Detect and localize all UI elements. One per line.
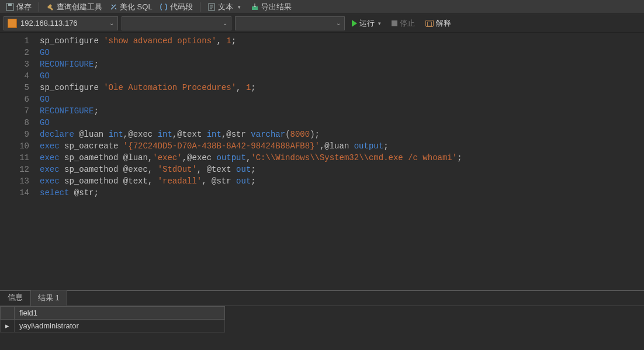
explain-icon xyxy=(425,20,434,27)
code-line[interactable]: exec sp_oamethod @exec, 'StdOut', @text … xyxy=(40,164,644,175)
beautify-label: 美化 SQL xyxy=(120,2,153,12)
wand-icon xyxy=(109,3,117,11)
chevron-down-icon: ⌄ xyxy=(336,20,341,26)
save-label: 保存 xyxy=(16,2,32,12)
line-number: 12 xyxy=(0,164,29,175)
code-line[interactable]: sp_configure 'show advanced options', 1; xyxy=(40,35,644,47)
table-row[interactable]: ▸yayi\administrator xyxy=(1,320,225,332)
stop-button: 停止 xyxy=(388,18,418,29)
separator xyxy=(200,2,200,12)
results-grid[interactable]: field1 ▸yayi\administrator xyxy=(0,306,644,350)
snippets-button[interactable]: 代码段 xyxy=(157,1,195,13)
connection-dropdown[interactable]: 192.168.113.176 ⌄ xyxy=(4,16,118,30)
code-line[interactable]: select @str; xyxy=(40,187,644,199)
sql-editor[interactable]: 1234567891011121314 sp_configure 'show a… xyxy=(0,33,644,290)
text-label: 文本 xyxy=(218,2,233,12)
line-number: 1 xyxy=(0,35,29,47)
code-area[interactable]: sp_configure 'show advanced options', 1;… xyxy=(36,33,644,290)
stop-label: 停止 xyxy=(400,18,415,29)
line-number: 11 xyxy=(0,152,29,164)
line-number: 8 xyxy=(0,117,29,129)
row-marker: ▸ xyxy=(1,320,15,332)
export-results-button[interactable]: 导出结果 xyxy=(248,1,294,13)
code-line[interactable]: exec sp_oacreate '{72C24DD5-D70A-438B-8A… xyxy=(40,140,644,152)
chevron-down-icon: ⌄ xyxy=(109,20,114,26)
separator xyxy=(39,2,39,12)
line-number: 5 xyxy=(0,82,29,93)
code-line[interactable]: exec sp_oamethod @luan,'exec',@exec outp… xyxy=(40,152,644,164)
brackets-icon xyxy=(160,3,168,11)
chevron-down-icon: ▾ xyxy=(236,3,244,11)
run-label: 运行 xyxy=(359,18,375,29)
stop-icon xyxy=(392,20,397,26)
line-number: 4 xyxy=(0,70,29,82)
line-number: 9 xyxy=(0,129,29,140)
code-line[interactable]: RECONFIGURE; xyxy=(40,105,644,117)
text-mode-button[interactable]: 文本 ▾ xyxy=(205,1,246,13)
hammer-icon xyxy=(46,3,54,11)
code-line[interactable]: GO xyxy=(40,93,644,105)
line-number-gutter: 1234567891011121314 xyxy=(0,33,36,290)
line-number: 2 xyxy=(0,47,29,58)
code-line[interactable]: GO xyxy=(40,70,644,82)
server-icon xyxy=(8,19,17,28)
tab-info[interactable]: 信息 xyxy=(0,289,30,306)
connection-label: 192.168.113.176 xyxy=(20,19,78,27)
connection-bar: 192.168.113.176 ⌄ ⌄ ⌄ 运行 ▾ 停止 解释 xyxy=(0,14,644,33)
line-number: 13 xyxy=(0,175,29,187)
main-toolbar: 保存 查询创建工具 美化 SQL 代码段 文本 ▾ 导出结果 xyxy=(0,0,644,14)
explain-label: 解释 xyxy=(436,18,451,29)
column-header[interactable]: field1 xyxy=(15,307,225,320)
save-icon xyxy=(6,3,14,11)
row-marker-header xyxy=(1,307,15,320)
database-dropdown[interactable]: ⌄ xyxy=(122,16,231,30)
query-builder-button[interactable]: 查询创建工具 xyxy=(44,1,105,13)
results-panel: 信息 结果 1 field1 ▸yayi\administrator xyxy=(0,290,644,350)
results-tabs: 信息 结果 1 xyxy=(0,291,644,306)
code-line[interactable]: sp_configure 'Ole Automation Procedures'… xyxy=(40,82,644,93)
explain-button[interactable]: 解释 xyxy=(422,18,455,29)
export-label: 导出结果 xyxy=(261,2,292,12)
svg-rect-1 xyxy=(8,4,12,6)
line-number: 6 xyxy=(0,93,29,105)
chevron-down-icon: ⌄ xyxy=(223,20,227,26)
line-number: 14 xyxy=(0,187,29,199)
cell-value[interactable]: yayi\administrator xyxy=(15,320,225,332)
beautify-sql-button[interactable]: 美化 SQL xyxy=(107,1,155,13)
document-icon xyxy=(207,3,216,11)
code-line[interactable]: GO xyxy=(40,117,644,129)
schema-dropdown[interactable]: ⌄ xyxy=(235,16,345,30)
export-icon xyxy=(251,3,259,11)
chevron-down-icon: ▾ xyxy=(378,20,381,26)
code-line[interactable]: GO xyxy=(40,47,644,58)
play-icon xyxy=(352,20,357,27)
snippets-label: 代码段 xyxy=(170,2,193,12)
tab-result-1[interactable]: 结果 1 xyxy=(30,290,67,306)
line-number: 7 xyxy=(0,105,29,117)
query-builder-label: 查询创建工具 xyxy=(57,2,102,12)
line-number: 3 xyxy=(0,58,29,70)
run-button[interactable]: 运行 ▾ xyxy=(348,16,385,30)
code-line[interactable]: exec sp_oamethod @text, 'readall', @str … xyxy=(40,175,644,187)
save-button[interactable]: 保存 xyxy=(4,1,34,13)
code-line[interactable]: declare @luan int,@exec int,@text int,@s… xyxy=(40,129,644,140)
code-line[interactable]: RECONFIGURE; xyxy=(40,58,644,70)
line-number: 10 xyxy=(0,140,29,152)
